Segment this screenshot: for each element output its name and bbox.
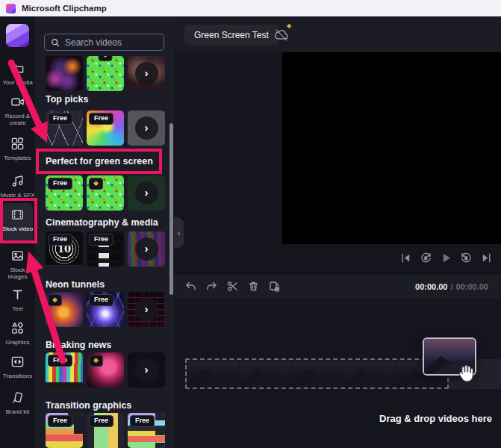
timeline-drop-zone[interactable] (185, 358, 449, 389)
premium-badge: ◆ (48, 294, 62, 306)
drag-drop-hint: Drag & drop videos here (379, 413, 492, 424)
cloud-backup-off-icon[interactable] (273, 27, 290, 43)
video-thumbnail[interactable]: Free (87, 111, 124, 146)
free-badge: Free (89, 415, 113, 427)
video-thumbnail[interactable]: Free (87, 231, 124, 267)
play-button[interactable] (439, 251, 452, 264)
sidebar-item-brand-kit[interactable]: Brand kit (0, 391, 35, 415)
redo-button[interactable] (205, 280, 218, 293)
undo-button[interactable] (184, 280, 197, 293)
project-title-chip[interactable]: Green Screen Test (184, 25, 278, 45)
video-thumbnail[interactable]: ◆ (87, 175, 124, 211)
current-time: 00:00.00 (415, 282, 447, 291)
video-thumbnail[interactable]: ◆ (87, 352, 124, 388)
section-title-breaking-news: Breaking news (46, 340, 111, 350)
sidebar-item-your-media[interactable]: Your media (0, 61, 35, 86)
sidebar: Your media Record & create Templates Mus… (0, 16, 35, 448)
sidebar-item-templates[interactable]: Templates (0, 137, 35, 161)
skip-to-end-button[interactable] (479, 251, 493, 264)
see-more-thumbnail[interactable]: › (128, 175, 165, 211)
section-title-transition-graphics: Transition graphics (46, 400, 131, 411)
ghost-clip (292, 361, 343, 387)
free-badge: Free (48, 415, 72, 427)
playback-controls: 5 5 (399, 250, 493, 265)
sidebar-item-label: Graphics (0, 339, 35, 346)
video-thumbnail[interactable]: Free (87, 292, 124, 327)
sidebar-item-music-sfx[interactable]: Music & SFX (0, 174, 35, 199)
clipchamp-home-button[interactable] (6, 24, 29, 47)
split-scissors-button[interactable] (226, 280, 239, 293)
diamond-icon: ◆ (93, 356, 99, 364)
diamond-icon: ◆ (52, 296, 57, 303)
camera-icon (10, 95, 25, 109)
free-badge: Free (89, 234, 113, 246)
sidebar-item-text[interactable]: Text (0, 287, 35, 312)
video-thumbnail[interactable] (46, 56, 83, 91)
sidebar-item-label: Music & SFX (0, 192, 35, 199)
sidebar-item-label: Templates (0, 155, 35, 161)
transitions-icon (10, 355, 25, 369)
total-time: 00:00.00 (456, 282, 488, 291)
chevron-right-icon: › (135, 298, 158, 321)
timeline-toolbar: 00:00.00 / 00:00.00 (174, 273, 501, 299)
clipchamp-window: Microsoft Clipchamp Your media Record & … (0, 0, 501, 448)
video-preview (282, 52, 501, 244)
time-separator: / (451, 282, 453, 291)
section-title-top-picks: Top picks (46, 94, 88, 105)
rewind-5s-button[interactable]: 5 (419, 251, 432, 264)
premium-badge: ◆ (89, 178, 103, 190)
svg-text:5: 5 (424, 255, 427, 260)
diamond-icon: ◆ (103, 56, 108, 58)
shapes-icon (10, 321, 25, 335)
sidebar-item-label: Text (0, 305, 35, 312)
free-badge: Free (48, 234, 72, 246)
video-thumbnail[interactable]: Free (46, 352, 83, 388)
timeline-area: Drag & drop videos here (174, 299, 501, 448)
search-box[interactable] (44, 34, 164, 51)
sidebar-item-label: Stock video (0, 225, 35, 232)
filmstrip-icon (10, 208, 25, 222)
see-more-thumbnail[interactable]: › (128, 56, 165, 91)
video-thumbnail[interactable]: Free (46, 413, 83, 448)
video-thumbnail[interactable]: Free (46, 175, 83, 211)
diamond-icon: ◆ (93, 179, 99, 187)
delete-button[interactable] (247, 280, 260, 293)
svg-text:5: 5 (464, 255, 467, 260)
ghost-clip (344, 361, 396, 387)
premium-diamond-icon: ◆ (287, 22, 291, 29)
ghost-clip (187, 361, 239, 387)
video-thumbnail[interactable]: Free (87, 413, 124, 448)
panel-scrollbar[interactable] (169, 123, 173, 295)
panel-collapse-button[interactable]: ‹ (174, 217, 184, 249)
see-more-thumbnail[interactable]: › (128, 111, 165, 146)
video-thumbnail[interactable]: Free (46, 111, 83, 146)
video-thumbnail[interactable]: ◆ (46, 292, 83, 327)
see-more-thumbnail[interactable]: › (128, 231, 165, 267)
search-icon (51, 38, 60, 47)
chevron-right-icon: › (135, 62, 158, 85)
duplicate-button[interactable] (268, 280, 281, 293)
titlebar: Microsoft Clipchamp (0, 0, 501, 16)
chevron-left-icon: ‹ (178, 228, 181, 237)
sidebar-item-stock-video[interactable]: Stock video (0, 208, 35, 232)
sidebar-item-record-create[interactable]: Record & create (0, 95, 35, 126)
music-note-icon (10, 174, 25, 188)
forward-5s-button[interactable]: 5 (459, 251, 473, 264)
free-badge: Free (89, 294, 113, 306)
clipchamp-logo-icon (6, 4, 16, 13)
sidebar-item-transitions[interactable]: Transitions (0, 355, 35, 379)
sidebar-item-graphics[interactable]: Graphics (0, 321, 35, 346)
skip-to-start-button[interactable] (399, 251, 412, 264)
text-icon (10, 287, 25, 302)
app-title: Microsoft Clipchamp (22, 4, 107, 13)
sidebar-item-label: Stock images (0, 267, 35, 280)
templates-icon (10, 137, 25, 151)
sidebar-item-stock-images[interactable]: Stock images (0, 249, 35, 280)
see-more-thumbnail[interactable]: › (128, 292, 165, 327)
video-thumbnail[interactable]: ◆ (87, 56, 124, 91)
video-thumbnail[interactable]: 10 Free (46, 231, 83, 267)
video-thumbnail[interactable]: Free (128, 413, 165, 448)
free-badge: Free (48, 113, 72, 125)
see-more-thumbnail[interactable]: › (128, 352, 165, 388)
search-input[interactable] (65, 37, 158, 48)
